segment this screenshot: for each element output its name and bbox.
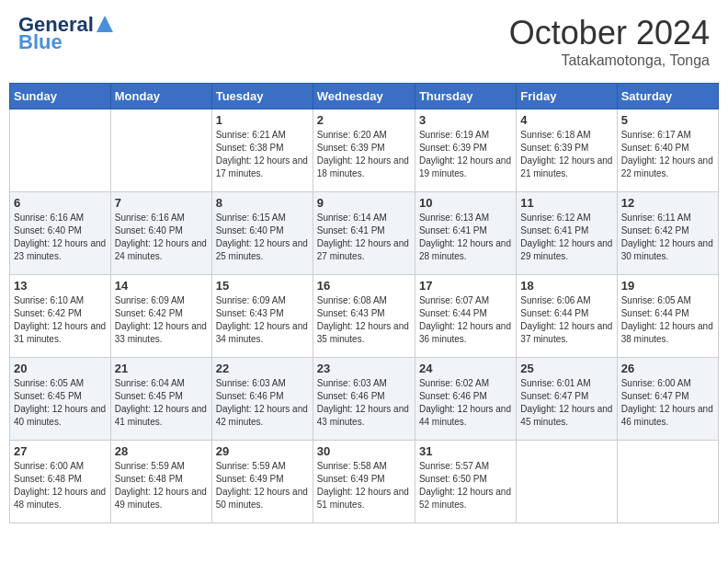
day-info: Sunrise: 6:04 AM Sunset: 6:45 PM Dayligh… (115, 377, 208, 429)
day-number: 24 (419, 362, 512, 375)
day-info: Sunrise: 6:09 AM Sunset: 6:42 PM Dayligh… (115, 294, 208, 346)
day-number: 25 (520, 362, 612, 375)
day-info: Sunrise: 6:10 AM Sunset: 6:42 PM Dayligh… (14, 294, 107, 346)
logo-blue-text: Blue (18, 32, 63, 52)
calendar-cell: 11Sunrise: 6:12 AM Sunset: 6:41 PM Dayli… (517, 192, 617, 275)
day-info: Sunrise: 6:18 AM Sunset: 6:39 PM Dayligh… (520, 129, 612, 180)
day-number: 7 (115, 196, 208, 210)
day-number: 26 (621, 362, 714, 375)
day-info: Sunrise: 5:57 AM Sunset: 6:50 PM Dayligh… (419, 460, 512, 511)
day-number: 9 (317, 196, 411, 210)
calendar-cell: 18Sunrise: 6:06 AM Sunset: 6:44 PM Dayli… (517, 275, 617, 358)
day-info: Sunrise: 6:09 AM Sunset: 6:43 PM Dayligh… (216, 294, 309, 346)
day-info: Sunrise: 6:20 AM Sunset: 6:39 PM Dayligh… (317, 129, 411, 180)
day-info: Sunrise: 6:16 AM Sunset: 6:40 PM Dayligh… (115, 212, 208, 263)
day-number: 17 (419, 279, 512, 293)
calendar-cell: 5Sunrise: 6:17 AM Sunset: 6:40 PM Daylig… (617, 109, 718, 192)
weekday-header-thursday: Thursday (415, 84, 516, 109)
day-number: 5 (621, 113, 714, 127)
weekday-header-tuesday: Tuesday (211, 84, 313, 109)
day-info: Sunrise: 6:00 AM Sunset: 6:48 PM Dayligh… (14, 460, 107, 511)
day-info: Sunrise: 6:21 AM Sunset: 6:38 PM Dayligh… (216, 129, 309, 180)
calendar-cell: 15Sunrise: 6:09 AM Sunset: 6:43 PM Dayli… (211, 275, 313, 358)
calendar-cell: 20Sunrise: 6:05 AM Sunset: 6:45 PM Dayli… (10, 358, 111, 441)
day-info: Sunrise: 5:59 AM Sunset: 6:48 PM Dayligh… (115, 460, 208, 511)
calendar-cell: 24Sunrise: 6:02 AM Sunset: 6:46 PM Dayli… (415, 358, 516, 441)
day-info: Sunrise: 6:00 AM Sunset: 6:47 PM Dayligh… (621, 377, 714, 429)
day-number: 21 (115, 362, 208, 375)
day-info: Sunrise: 6:13 AM Sunset: 6:41 PM Dayligh… (419, 212, 512, 263)
weekday-header-sunday: Sunday (10, 84, 111, 109)
title-area: October 2024 Tatakamotonga, Tonga (509, 14, 710, 69)
day-number: 20 (14, 362, 107, 375)
day-number: 18 (520, 279, 612, 293)
calendar-cell: 1Sunrise: 6:21 AM Sunset: 6:38 PM Daylig… (211, 109, 313, 192)
calendar-cell: 14Sunrise: 6:09 AM Sunset: 6:42 PM Dayli… (110, 275, 211, 358)
day-info: Sunrise: 6:16 AM Sunset: 6:40 PM Dayligh… (14, 212, 107, 263)
calendar-cell: 2Sunrise: 6:20 AM Sunset: 6:39 PM Daylig… (313, 109, 415, 192)
calendar-cell: 27Sunrise: 6:00 AM Sunset: 6:48 PM Dayli… (10, 441, 111, 523)
calendar-cell: 23Sunrise: 6:03 AM Sunset: 6:46 PM Dayli… (313, 358, 415, 441)
calendar-cell: 8Sunrise: 6:15 AM Sunset: 6:40 PM Daylig… (211, 192, 313, 275)
calendar-week-row: 6Sunrise: 6:16 AM Sunset: 6:40 PM Daylig… (10, 192, 719, 275)
weekday-header-row: SundayMondayTuesdayWednesdayThursdayFrid… (10, 84, 719, 109)
day-number: 27 (14, 444, 107, 458)
weekday-header-monday: Monday (110, 84, 211, 109)
day-number: 3 (419, 113, 512, 127)
day-info: Sunrise: 5:59 AM Sunset: 6:49 PM Dayligh… (216, 460, 309, 511)
day-info: Sunrise: 6:15 AM Sunset: 6:40 PM Dayligh… (216, 212, 309, 263)
weekday-header-friday: Friday (517, 84, 617, 109)
day-number: 10 (419, 196, 512, 210)
calendar-week-row: 13Sunrise: 6:10 AM Sunset: 6:42 PM Dayli… (10, 275, 719, 358)
calendar-cell: 10Sunrise: 6:13 AM Sunset: 6:41 PM Dayli… (415, 192, 516, 275)
day-info: Sunrise: 6:11 AM Sunset: 6:42 PM Dayligh… (621, 212, 714, 263)
calendar-cell: 12Sunrise: 6:11 AM Sunset: 6:42 PM Dayli… (617, 192, 718, 275)
month-year-title: October 2024 (509, 14, 710, 52)
day-info: Sunrise: 6:01 AM Sunset: 6:47 PM Dayligh… (520, 377, 612, 429)
day-number: 13 (14, 279, 107, 293)
calendar-cell: 6Sunrise: 6:16 AM Sunset: 6:40 PM Daylig… (10, 192, 111, 275)
calendar-cell: 26Sunrise: 6:00 AM Sunset: 6:47 PM Dayli… (617, 358, 718, 441)
day-number: 23 (317, 362, 411, 375)
day-number: 11 (520, 196, 612, 210)
day-number: 12 (621, 196, 714, 210)
day-info: Sunrise: 6:03 AM Sunset: 6:46 PM Dayligh… (216, 377, 309, 429)
day-info: Sunrise: 6:08 AM Sunset: 6:43 PM Dayligh… (317, 294, 411, 346)
day-number: 8 (216, 196, 309, 210)
page-header: General Blue October 2024 Tatakamotonga,… (9, 9, 719, 74)
calendar-cell: 28Sunrise: 5:59 AM Sunset: 6:48 PM Dayli… (110, 441, 211, 523)
day-number: 14 (115, 279, 208, 293)
calendar-cell: 16Sunrise: 6:08 AM Sunset: 6:43 PM Dayli… (313, 275, 415, 358)
day-number: 1 (216, 113, 309, 127)
day-info: Sunrise: 6:06 AM Sunset: 6:44 PM Dayligh… (520, 294, 612, 346)
calendar-cell (110, 109, 211, 192)
day-info: Sunrise: 6:14 AM Sunset: 6:41 PM Dayligh… (317, 212, 411, 263)
calendar-cell: 3Sunrise: 6:19 AM Sunset: 6:39 PM Daylig… (415, 109, 516, 192)
day-number: 6 (14, 196, 107, 210)
weekday-header-wednesday: Wednesday (313, 84, 415, 109)
day-info: Sunrise: 6:03 AM Sunset: 6:46 PM Dayligh… (317, 377, 411, 429)
logo-icon (97, 16, 113, 32)
calendar-week-row: 27Sunrise: 6:00 AM Sunset: 6:48 PM Dayli… (10, 441, 719, 523)
location-subtitle: Tatakamotonga, Tonga (509, 52, 710, 69)
calendar-cell: 25Sunrise: 6:01 AM Sunset: 6:47 PM Dayli… (517, 358, 617, 441)
day-info: Sunrise: 5:58 AM Sunset: 6:49 PM Dayligh… (317, 460, 411, 511)
calendar-week-row: 1Sunrise: 6:21 AM Sunset: 6:38 PM Daylig… (10, 109, 719, 192)
calendar-cell (10, 109, 111, 192)
day-info: Sunrise: 6:05 AM Sunset: 6:44 PM Dayligh… (621, 294, 714, 346)
day-number: 22 (216, 362, 309, 375)
calendar-week-row: 20Sunrise: 6:05 AM Sunset: 6:45 PM Dayli… (10, 358, 719, 441)
day-info: Sunrise: 6:02 AM Sunset: 6:46 PM Dayligh… (419, 377, 512, 429)
day-number: 4 (520, 113, 612, 127)
calendar-cell: 4Sunrise: 6:18 AM Sunset: 6:39 PM Daylig… (517, 109, 617, 192)
calendar-cell: 7Sunrise: 6:16 AM Sunset: 6:40 PM Daylig… (110, 192, 211, 275)
day-number: 2 (317, 113, 411, 127)
calendar-cell: 13Sunrise: 6:10 AM Sunset: 6:42 PM Dayli… (10, 275, 111, 358)
day-info: Sunrise: 6:17 AM Sunset: 6:40 PM Dayligh… (621, 129, 714, 180)
calendar-cell: 9Sunrise: 6:14 AM Sunset: 6:41 PM Daylig… (313, 192, 415, 275)
calendar-cell: 29Sunrise: 5:59 AM Sunset: 6:49 PM Dayli… (211, 441, 313, 523)
day-info: Sunrise: 6:05 AM Sunset: 6:45 PM Dayligh… (14, 377, 107, 429)
day-number: 29 (216, 444, 309, 458)
day-number: 31 (419, 444, 512, 458)
calendar-cell: 22Sunrise: 6:03 AM Sunset: 6:46 PM Dayli… (211, 358, 313, 441)
